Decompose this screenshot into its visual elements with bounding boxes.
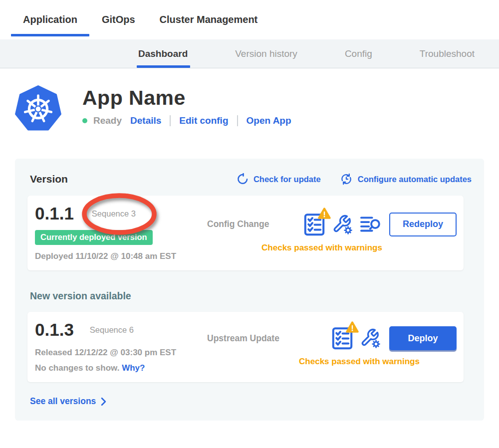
subnav-tab-config[interactable]: Config	[345, 39, 372, 68]
ready-status-dot-icon	[82, 118, 87, 123]
current-version-sequence: Sequence 3	[92, 209, 136, 219]
no-changes-text: No changes to show.	[35, 363, 119, 373]
subnav-tab-label: Config	[345, 48, 372, 59]
section-title: Version	[30, 173, 68, 185]
configure-automatic-updates-button[interactable]: Configure automatic updates	[340, 173, 472, 186]
action-label: Configure automatic updates	[358, 175, 472, 184]
version-source-label: Config Change	[207, 219, 269, 229]
warning-triangle-icon	[345, 321, 359, 334]
active-tab-underline	[137, 65, 190, 68]
nav-tab-cluster-management[interactable]: Cluster Management	[160, 0, 258, 39]
preflight-checks-button[interactable]	[304, 213, 325, 236]
version-source-label: Upstream Update	[207, 333, 279, 344]
primary-nav: Application GitOps Cluster Management	[0, 0, 499, 39]
chevron-right-icon	[100, 397, 107, 406]
check-for-update-button[interactable]: Check for update	[237, 173, 321, 185]
view-config-button[interactable]	[360, 327, 381, 349]
active-tab-underline	[11, 34, 89, 36]
app-sub-nav: Dashboard Version history Config Trouble…	[0, 39, 499, 68]
available-version-number: 0.1.3	[35, 320, 74, 340]
config-wrench-icon	[360, 327, 381, 349]
current-version-number: 0.1.1	[35, 204, 74, 224]
preflight-checks-status: Checks passed with warnings	[207, 243, 457, 253]
nav-tab-gitops[interactable]: GitOps	[102, 0, 135, 39]
kubernetes-logo-icon	[15, 85, 61, 133]
refresh-icon	[237, 173, 249, 185]
config-wrench-icon	[332, 214, 353, 235]
view-diff-button[interactable]	[360, 215, 381, 234]
deploy-button[interactable]: Deploy	[389, 326, 457, 350]
subnav-tab-label: Version history	[235, 48, 297, 59]
see-all-label: See all versions	[30, 396, 96, 407]
subnav-tab-label: Dashboard	[138, 48, 188, 59]
divider	[237, 115, 238, 126]
deployed-timestamp: Deployed 11/10/22 @ 10:48 am EST	[35, 251, 207, 261]
nav-tab-label: Cluster Management	[160, 14, 258, 25]
page-title: App Name	[82, 86, 291, 110]
subnav-tab-troubleshoot[interactable]: Troubleshoot	[420, 39, 475, 68]
view-config-button[interactable]	[332, 214, 353, 235]
diff-view-icon	[360, 215, 381, 234]
open-app-link[interactable]: Open App	[247, 115, 291, 126]
subnav-tab-dashboard[interactable]: Dashboard	[138, 39, 188, 68]
divider	[170, 115, 171, 126]
subnav-tab-label: Troubleshoot	[420, 48, 475, 59]
version-section: Version Check for update Configure autom…	[15, 159, 484, 421]
app-header: App Name Ready Details Edit config Open …	[15, 85, 499, 133]
currently-deployed-badge: Currently deployed version	[35, 230, 153, 245]
subnav-tab-version-history[interactable]: Version history	[235, 39, 297, 68]
available-version-card: 0.1.3 Sequence 6 Released 12/12/22 @ 03:…	[27, 312, 464, 382]
action-label: Check for update	[253, 175, 321, 184]
released-timestamp: Released 12/12/22 @ 03:30 pm EST	[35, 348, 207, 358]
nav-tab-label: Application	[23, 14, 77, 25]
nav-tab-application[interactable]: Application	[23, 0, 77, 39]
warning-triangle-icon	[317, 207, 331, 220]
scheduled-update-icon	[340, 173, 353, 186]
see-all-versions-link[interactable]: See all versions	[30, 396, 472, 407]
new-version-heading: New version available	[30, 290, 472, 302]
details-link[interactable]: Details	[130, 115, 161, 126]
redeploy-button[interactable]: Redeploy	[389, 213, 457, 236]
edit-config-link[interactable]: Edit config	[179, 115, 228, 126]
available-version-sequence: Sequence 6	[90, 325, 134, 335]
current-version-card: 0.1.1 Sequence 3 Currently deployed vers…	[27, 196, 464, 270]
app-status-row: Ready Details Edit config Open App	[82, 115, 291, 126]
nav-tab-label: GitOps	[102, 14, 135, 25]
preflight-checks-status: Checks passed with warnings	[207, 357, 457, 367]
status-text: Ready	[93, 115, 122, 126]
why-link[interactable]: Why?	[122, 363, 145, 373]
preflight-checks-button[interactable]	[332, 327, 353, 350]
